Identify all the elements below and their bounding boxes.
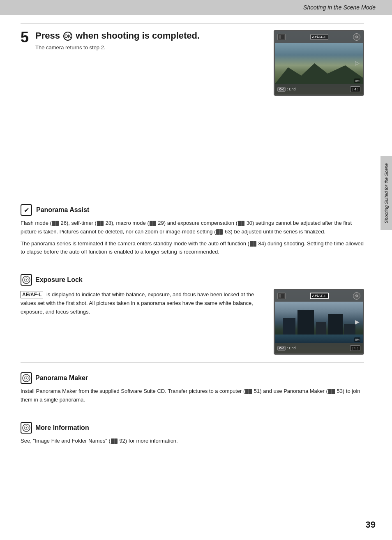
ok-badge-2: OK (277, 346, 286, 351)
count-value-1: 4 (354, 87, 356, 91)
more-information-title: More Information (35, 424, 89, 432)
panorama-maker-title: Panorama Maker (35, 374, 88, 382)
end-text-2: End (289, 346, 296, 350)
camera-top-bar-2: AE/AF-L ⚙ (275, 290, 363, 302)
panorama-icon-1 (277, 34, 286, 40)
main-content: 5 Press OK when shooting is completed. T… (0, 15, 380, 469)
ok-end-label-2: OK : End (277, 346, 296, 351)
divider-2 (21, 362, 364, 362)
camera-screen-2: AE/AF-L ⚙ ▶ 8M OK : End (274, 289, 364, 355)
arrow-right-2: ▶ (355, 318, 360, 325)
svg-point-31 (26, 427, 27, 428)
exposure-lock-icon (21, 274, 32, 286)
ae-af-label-1: AE/AF-L (310, 34, 328, 40)
exposure-lock-section: Exposure Lock AE/AF-L is displayed to in… (21, 274, 364, 355)
bracket-right-2: ] (357, 346, 358, 350)
settings-icon-2: ⚙ (353, 292, 360, 300)
panorama-assist-section: ✔ Panorama Assist Flash mode ( 26), self… (21, 204, 364, 256)
exposure-lock-content: AE/AF-L is displayed to indicate that wh… (21, 289, 364, 355)
spacer-area (21, 104, 364, 194)
more-information-body: See, "Image File and Folder Names" ( 92)… (21, 437, 364, 445)
step-title-part1: Press (35, 30, 62, 41)
city-scene (275, 302, 363, 343)
panorama-maker-body: Install Panorama Maker from the supplied… (21, 387, 364, 404)
svg-rect-2 (279, 35, 281, 39)
svg-rect-20 (279, 294, 281, 298)
more-information-section: More Information See, "Image File and Fo… (21, 422, 364, 445)
camera-top-bar-1: AE/AF-L ⚙ (275, 31, 363, 43)
sidebar-tab: Shooting Suited for the Scene (380, 156, 392, 230)
end-label-1: : (287, 87, 288, 91)
step-title: Press OK when shooting is completed. (35, 30, 265, 42)
bracket-left-1: [ (352, 88, 353, 91)
page-container: Shooting in the Scene Mode Shooting Suit… (0, 0, 392, 540)
camera-screen-1: AE/AF-L ⚙ ▷ 8M OK : End (274, 30, 364, 96)
exposure-lock-header: Exposure Lock (21, 274, 364, 286)
megapixel-badge-2: 8M (354, 337, 360, 342)
more-information-icon (21, 422, 32, 434)
bracket-right-1: ] (357, 88, 358, 91)
exposure-lock-text: AE/AF-L is displayed to indicate that wh… (21, 289, 257, 316)
header-bar: Shooting in the Scene Mode (0, 0, 392, 15)
step-content: Press OK when shooting is completed. The… (35, 30, 265, 51)
checkmark-icon: ✔ (21, 204, 32, 216)
step-section: 5 Press OK when shooting is completed. T… (21, 23, 364, 96)
svg-point-24 (26, 378, 27, 379)
panorama-assist-title: Panorama Assist (36, 206, 89, 214)
end-label-2: : (287, 346, 288, 350)
exposure-lock-body-text: is displayed to indicate that white bala… (21, 291, 254, 315)
page-number: 39 (366, 519, 376, 530)
divider-1 (21, 264, 364, 264)
svg-point-18 (26, 279, 27, 281)
settings-icon-1: ⚙ (353, 33, 360, 41)
ok-end-label-1: OK : End (277, 87, 296, 92)
ok-badge-1: OK (277, 87, 286, 92)
water (275, 335, 363, 343)
svg-marker-0 (275, 63, 363, 84)
megapixel-badge-1: 8M (354, 78, 360, 83)
step-title-part2: when shooting is completed. (76, 30, 200, 41)
arrow-right-1: ▷ (355, 60, 360, 66)
count-value-2: 5 (354, 346, 356, 350)
shot-count-2: [ 5 ] (350, 345, 360, 351)
ae-af-label-2: AE/AF-L (310, 293, 329, 299)
divider-3 (21, 412, 364, 412)
step-subtitle: The camera returns to step 2. (35, 44, 265, 51)
panorama-assist-body: Flash mode ( 26), self-timer ( 28), macr… (21, 219, 364, 256)
sidebar-tab-text: Shooting Suited for the Scene (384, 163, 389, 223)
shot-count-1: [ 4 ] (350, 86, 360, 92)
camera-bottom-bar-1: OK : End [ 4 ] (275, 84, 363, 95)
panorama-maker-header: Panorama Maker (21, 372, 364, 384)
step-number: 5 (21, 30, 29, 45)
bracket-left-2: [ (352, 346, 353, 350)
exposure-lock-title: Exposure Lock (35, 276, 83, 284)
panorama-assist-para2: The panorama series is terminated if the… (21, 240, 364, 257)
camera-screen-inner-1: AE/AF-L ⚙ ▷ 8M OK : End (275, 31, 363, 95)
panorama-assist-para1: Flash mode ( 26), self-timer ( 28), macr… (21, 219, 364, 236)
panorama-icon-2 (277, 293, 286, 299)
panorama-maker-icon (21, 372, 32, 384)
ok-circle-icon: OK (63, 32, 72, 41)
camera-bottom-bar-2: OK : End [ 5 ] (275, 343, 363, 353)
ae-af-display: AE/AF-L (21, 291, 43, 298)
panorama-assist-header: ✔ Panorama Assist (21, 204, 364, 216)
camera-screen-inner-2: AE/AF-L ⚙ ▶ 8M OK : End (275, 290, 363, 353)
more-information-header: More Information (21, 422, 364, 434)
end-text-1: End (289, 87, 296, 91)
header-title: Shooting in the Scene Mode (303, 4, 376, 11)
exposure-lock-body: AE/AF-L is displayed to indicate that wh… (21, 291, 257, 316)
panorama-maker-section: Panorama Maker Install Panorama Maker fr… (21, 372, 364, 404)
